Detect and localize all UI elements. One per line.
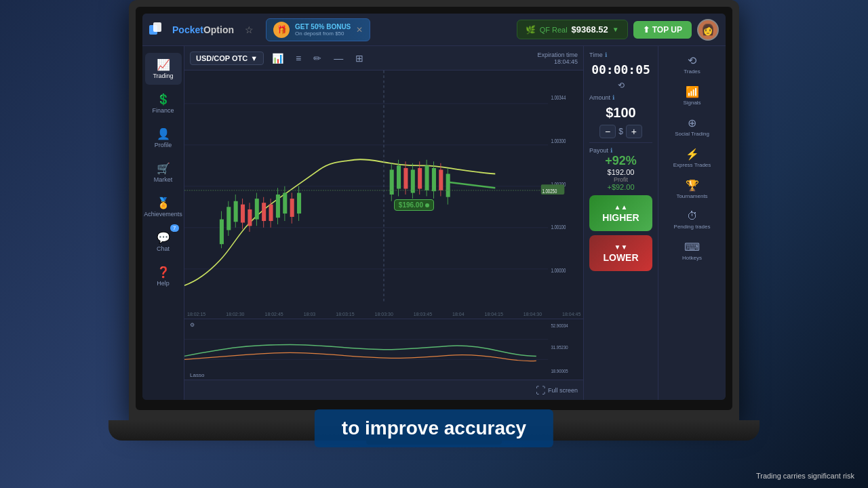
right-panel: ⟲ Trades 📶 Signals ⊕ Social Trading ⚡ Ex… [658,46,726,400]
social-icon: ⊕ [688,117,696,129]
avatar[interactable]: 👩 [697,19,719,41]
right-panel-social[interactable]: ⊕ Social Trading [662,114,723,140]
payout-amount: $192.00 [589,168,652,176]
right-panel-tournaments[interactable]: 🏆 Tournaments [662,176,723,202]
fullscreen-icon[interactable]: ⛶ [536,385,545,396]
bar-chart-icon[interactable]: 📊 [268,50,288,66]
indicator-settings-icon[interactable]: ⚙ [190,322,195,328]
indicator-panel: 52.90034 31.95230 18.90005 Lasso ⚙ [184,319,583,380]
help-label: Help [157,280,170,287]
draw-icon[interactable]: ✏ [309,50,326,66]
higher-button[interactable]: ▲▲ HIGHER [589,195,652,231]
balance-button[interactable]: 🌿 QF Real $9368.52 ▼ [517,20,628,39]
disclaimer-text: Trading carries significant risk [756,472,854,480]
logo-text: PocketOption [172,24,234,35]
favorite-icon[interactable]: ☆ [245,24,254,35]
logo: PocketOption [149,22,234,37]
pending-icon: ⏱ [687,210,698,222]
right-panel-pending[interactable]: ⏱ Pending trades [662,207,723,232]
sidebar-item-market[interactable]: 🛒 Market [145,157,182,188]
lower-label: LOWER [603,252,638,263]
payout-label-wrap: Payout ℹ [589,147,652,154]
pair-selector[interactable]: USD/COP OTC ▼ [190,52,264,65]
finance-label: Finance [152,107,174,114]
bonus-banner: 🎁 GET 50% BONUS On deposit from $50 ✕ [266,18,370,41]
main-content: 📈 Trading 💲 Finance 👤 Profile 🛒 Market [142,46,726,400]
svg-text:1.00250: 1.00250 [542,187,557,194]
time-tick-3: 18:02:45 [265,312,283,317]
svg-text:31.95230: 31.95230 [551,345,568,350]
chart-container: 1.00344 1.00300 1.00200 1.00100 1.00000 … [184,70,583,319]
time-display: 00:00:05 [589,62,652,77]
svg-text:1.00100: 1.00100 [551,224,566,230]
right-panel-hotkeys[interactable]: ⌨ Hotkeys [662,238,723,264]
svg-rect-35 [403,168,408,189]
payout-percent: +92% [589,154,652,168]
time-tick-5: 18:03:15 [336,312,354,317]
screen-bezel: PocketOption ☆ 🎁 GET 50% BONUS On deposi… [136,7,732,410]
amount-info-icon: ℹ [612,94,614,101]
balance-dropdown-icon: ▼ [612,26,619,33]
bonus-close-icon[interactable]: ✕ [356,25,363,35]
caption-overlay: to improve accuracy [315,409,553,447]
time-tick-8: 18:04 [452,312,465,317]
trades-icon: ⟲ [688,54,696,67]
time-tick-7: 18:03:45 [414,312,432,317]
risk-disclaimer: Trading carries significant risk [756,472,854,480]
trades-label: Trades [684,68,701,75]
payout-label: Payout [589,147,608,154]
grid-icon[interactable]: ⊞ [351,50,368,66]
svg-rect-41 [425,165,429,190]
tournaments-label: Tournaments [676,193,707,199]
sidebar-item-profile[interactable]: 👤 Profile [145,122,182,154]
indicator-legend: ⚙ [190,322,195,328]
price-tag: $196.00 [394,199,434,211]
chart-svg: 1.00344 1.00300 1.00200 1.00100 1.00000 … [184,70,583,319]
hotkeys-label: Hotkeys [682,255,702,261]
sidebar-item-help[interactable]: ❓ Help [145,260,182,292]
line-icon[interactable]: — [330,50,347,66]
time-sync-icon[interactable]: ⟲ [618,81,625,90]
expiration-value: 18:04:45 [554,58,578,65]
chat-label: Chat [157,245,170,252]
laptop-frame: PocketOption ☆ 🎁 GET 50% BONUS On deposi… [129,0,739,420]
finance-icon: 💲 [157,93,170,106]
chat-badge: 7 [170,224,178,232]
profit-label: Profit [589,176,652,183]
sidebar-item-achievements[interactable]: 🏅 Achievements [145,191,182,223]
amount-label-wrap: Amount ℹ [589,94,652,101]
pair-dropdown-icon: ▼ [250,54,258,62]
sidebar: 📈 Trading 💲 Finance 👤 Profile 🛒 Market [142,46,184,400]
sidebar-item-trading[interactable]: 📈 Trading [145,53,182,85]
amount-decrease-button[interactable]: − [599,125,616,138]
market-label: Market [154,176,173,183]
app-container: PocketOption ☆ 🎁 GET 50% BONUS On deposi… [142,14,726,400]
svg-text:18.90005: 18.90005 [551,369,568,373]
bonus-icon: 🎁 [273,22,290,38]
amount-increase-button[interactable]: + [626,125,642,138]
time-tick-9: 18:04:15 [485,312,503,317]
achievements-icon: 🏅 [157,197,170,209]
right-panel-express[interactable]: ⚡ Express Trades [662,145,723,171]
logo-svg [149,22,168,37]
topup-button[interactable]: ⬆ TOP UP [633,21,692,39]
chat-icon: 💬 [157,231,170,244]
expiration-display: Expiration time 18:04:45 [537,52,578,65]
right-panel-trades[interactable]: ⟲ Trades [662,52,723,77]
amount-display: $100 [589,105,652,121]
sidebar-item-chat[interactable]: 💬 Chat 7 [145,226,182,258]
right-panel-signals[interactable]: 📶 Signals [662,83,723,108]
svg-rect-39 [418,168,422,189]
sidebar-item-finance[interactable]: 💲 Finance [145,87,182,119]
time-controls: ⟲ [589,81,652,90]
indicator-label: Lasso [190,372,204,378]
indicators-icon[interactable]: ≡ [292,50,305,66]
svg-rect-45 [439,169,443,190]
balance-amount: $9368.52 [572,24,608,35]
trading-panel: Time ℹ 00:00:05 ⟲ Amount ℹ $100 − $ [583,46,658,400]
fullscreen-label: Full screen [548,387,578,394]
payout-profit: +$92.00 [589,183,652,191]
profile-label: Profile [155,142,172,148]
bonus-sub: On deposit from $50 [295,30,351,37]
lower-button[interactable]: ▼▼ LOWER [589,235,652,271]
